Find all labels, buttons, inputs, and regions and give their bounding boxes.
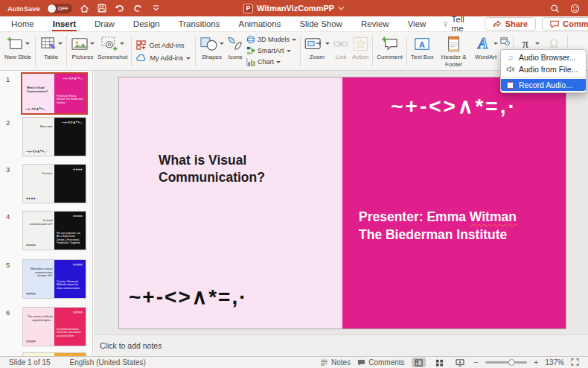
normal-view-button[interactable] — [412, 358, 426, 367]
header-footer-button[interactable]: Header & Footer — [435, 34, 473, 69]
shapes-label: Shapes — [202, 54, 222, 61]
tab-draw[interactable]: Draw — [94, 18, 115, 30]
autosave-label: AutoSave — [7, 4, 40, 13]
shapes-button[interactable]: Shapes — [198, 34, 226, 62]
notes-toggle-button[interactable]: Notes — [320, 358, 351, 367]
icons-label: Icons — [228, 54, 242, 61]
slide-symbols-top-right[interactable]: ~+-<>∧*=,· — [342, 94, 566, 118]
my-addins-button[interactable]: My Add-ins — [136, 54, 191, 62]
screenshot-button[interactable]: Screenshot — [96, 34, 129, 62]
zoom-level-label[interactable]: 137% — [545, 358, 564, 367]
smartart-button[interactable]: SmartArt — [246, 46, 296, 55]
zoom-in-button[interactable]: + — [534, 358, 538, 367]
tab-view[interactable]: View — [407, 18, 427, 30]
chart-icon — [246, 57, 255, 66]
my-addins-label: My Add-ins — [150, 54, 183, 62]
share-button[interactable]: Share — [485, 17, 537, 31]
audio-browser-label: Audio Browser... — [519, 53, 575, 62]
ribbon-divider — [406, 36, 407, 66]
slide-symbols-bottom-left[interactable]: ~+-<>∧*=,· — [129, 285, 248, 309]
slide-thumbnail-2[interactable]: Main room ~+-<>∧*=,· ~+-<>∧*=,· — [22, 117, 86, 156]
3d-models-button[interactable]: 3D Models — [246, 35, 296, 44]
chart-label: Chart — [258, 58, 274, 66]
comments-button[interactable]: Comments — [542, 17, 588, 31]
menu-item-audio-browser[interactable]: ♫ Audio Browser... — [501, 51, 586, 63]
slide-thumbnail-1[interactable]: What is Visual Communication? ~+-<>∧*=,·… — [21, 72, 88, 115]
date-time-button[interactable] — [500, 35, 510, 48]
comment-label: Comment — [377, 54, 403, 61]
feedback-smiley-icon[interactable] — [569, 3, 581, 14]
slide-thumbnail-6[interactable]: The essence of being a good designer... … — [22, 307, 86, 346]
home-icon[interactable] — [79, 3, 90, 14]
table-button[interactable]: Table — [38, 34, 64, 62]
zoom-label: Zoom — [310, 54, 325, 61]
thumb-left-symbols: ++++ — [26, 196, 36, 200]
pictures-button[interactable]: Pictures — [69, 34, 96, 62]
zoom-slider[interactable] — [485, 358, 527, 367]
tab-insert[interactable]: Insert — [52, 18, 77, 30]
tab-transitions[interactable]: Transitions — [178, 18, 221, 30]
slide-left-panel: What is Visual Communication? ~+-<>∧*=,· — [119, 77, 342, 329]
tell-me-button[interactable]: Tell me — [444, 15, 467, 33]
powerpoint-logo-icon: P — [243, 4, 253, 13]
status-right: Notes Comments − + 137% — [320, 358, 579, 367]
notes-placeholder: Click to add notes — [100, 341, 162, 350]
thumb-right-symbols: >>>> — [73, 310, 83, 314]
tab-slide-show[interactable]: Slide Show — [298, 18, 343, 30]
thumb-left-text: The essence of being a good designer... — [25, 315, 52, 322]
autosave-toggle[interactable]: OFF — [47, 4, 72, 13]
tell-me-label: Tell me — [452, 15, 467, 33]
zoom-icon — [304, 37, 324, 51]
thumb-right-symbols: ~+-<>∧*=,· — [62, 120, 83, 124]
notes-pane[interactable]: Click to add notes — [94, 334, 588, 356]
text-box-button[interactable]: A Text Box — [409, 34, 435, 62]
icons-button[interactable]: Icons — [226, 34, 245, 62]
tab-design[interactable]: Design — [132, 18, 161, 30]
thumbnail-row-5: 5 What does a visual communication desig… — [0, 259, 93, 302]
comment-button[interactable]: Comment — [375, 34, 404, 62]
new-slide-label: New Slide — [4, 54, 31, 61]
tab-review[interactable]: Review — [360, 18, 390, 30]
slideshow-view-button[interactable] — [453, 358, 467, 367]
table-label: Table — [44, 54, 58, 61]
more-commands-chevron-icon[interactable] — [150, 3, 162, 14]
slide-thumbnail-5[interactable]: What does a visual communication designe… — [22, 259, 86, 299]
slide-sorter-view-button[interactable] — [432, 358, 447, 367]
group-links: Zoom Link Action — [303, 34, 370, 69]
tab-animations[interactable]: Animations — [238, 18, 282, 30]
language-button[interactable]: English (United States) — [70, 358, 146, 367]
save-icon[interactable] — [97, 3, 108, 14]
thumbnail-row-6: 6 The essence of being a good designer..… — [0, 307, 93, 349]
comments-toggle-label: Comments — [368, 358, 404, 367]
slide-number-label: 1 — [6, 75, 10, 83]
group-addins: Get Add-ins My Add-ins — [134, 34, 193, 69]
fit-slide-button[interactable] — [571, 358, 579, 367]
menu-item-record-audio[interactable]: Record Audio... — [501, 79, 586, 91]
status-left: Slide 1 of 15 English (United States) — [9, 358, 146, 367]
table-icon — [39, 36, 57, 51]
zoom-slider-knob[interactable] — [508, 359, 515, 366]
header-footer-label: Header & Footer — [437, 54, 471, 68]
zoom-button[interactable]: Zoom — [303, 34, 331, 62]
comments-toggle-button[interactable]: Comments — [357, 358, 404, 367]
menu-item-audio-from-file[interactable]: Audio from File... — [501, 63, 586, 75]
undo-icon[interactable] — [115, 3, 126, 14]
tab-home[interactable]: Home — [10, 18, 35, 30]
slide-thumbnail-3[interactable]: Furniture ++++ ++++ — [22, 164, 86, 203]
wordart-button[interactable]: A WordArt — [473, 34, 499, 62]
slide-title-text[interactable]: What is Visual Communication? — [159, 152, 296, 186]
chart-button[interactable]: Chart — [246, 57, 296, 66]
slide-1-canvas[interactable]: What is Visual Communication? ~+-<>∧*=,·… — [118, 77, 566, 329]
redo-icon[interactable] — [132, 3, 144, 14]
slideshow-icon — [456, 359, 464, 367]
zoom-out-button[interactable]: − — [474, 358, 479, 367]
quick-access-toolbar: AutoSave OFF — [7, 3, 162, 14]
presenter-text-block[interactable]: Presenter: Emma Witman The Biederman Ins… — [359, 209, 517, 244]
thumb-right-symbols: <<<< — [73, 262, 83, 267]
slide-thumbnail-4[interactable]: Is visual communication art? ==== ==== F… — [22, 211, 86, 250]
document-title-area[interactable]: P WitmanVizCommPP — [243, 0, 345, 16]
get-addins-button[interactable]: Get Add-ins — [136, 40, 191, 50]
tabrow-right: Share Comments — [485, 17, 588, 31]
new-slide-button[interactable]: New Slide — [3, 34, 33, 62]
search-icon[interactable] — [549, 3, 560, 14]
